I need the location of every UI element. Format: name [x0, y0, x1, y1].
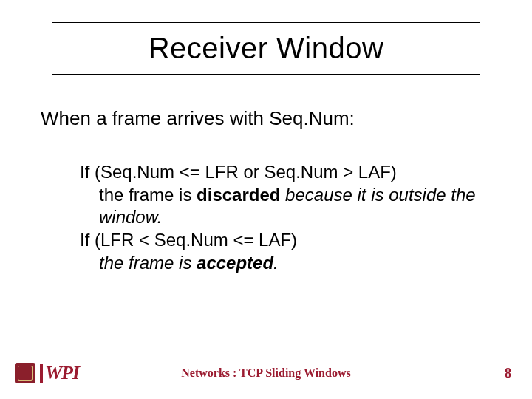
condition-1: If (Seq.Num <= LFR or Seq.Num > LAF) [80, 161, 494, 184]
result-1-pre: the frame is [99, 185, 197, 205]
result-1: the frame is discarded because it is out… [80, 184, 494, 229]
wpi-logo: WPI [15, 362, 79, 384]
result-2-bold: accepted [197, 253, 273, 273]
wpi-text: WPI [45, 362, 79, 384]
body-text: If (Seq.Num <= LFR or Seq.Num > LAF) the… [80, 161, 494, 275]
result-2-pre: the frame is [99, 253, 197, 273]
wpi-wordmark: WPI [40, 362, 79, 384]
result-2-post: . [273, 253, 279, 273]
condition-2: If (LFR < Seq.Num <= LAF) [80, 229, 494, 252]
intro-line: When a frame arrives with Seq.Num: [41, 107, 355, 130]
page-number: 8 [505, 366, 511, 381]
wpi-bar-icon [40, 364, 43, 383]
footer-title: Networks : TCP Sliding Windows [181, 366, 350, 380]
footer: WPI Networks : TCP Sliding Windows 8 [0, 362, 532, 384]
wpi-seal-icon [15, 363, 35, 383]
result-1-bold: discarded [197, 185, 280, 205]
slide-title: Receiver Window [149, 32, 384, 64]
result-2: the frame is accepted. [80, 252, 494, 275]
slide-title-box: Receiver Window [52, 22, 480, 75]
